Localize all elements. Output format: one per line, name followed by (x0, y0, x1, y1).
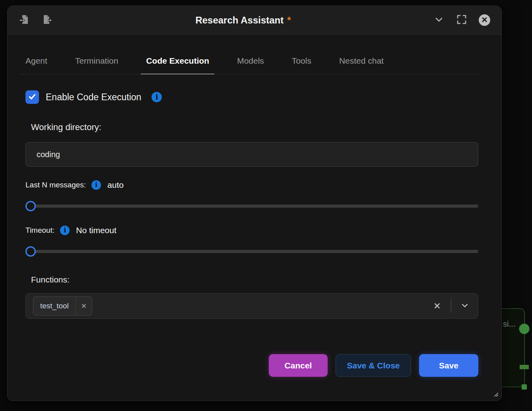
enable-code-execution-checkbox[interactable] (25, 90, 39, 104)
node-resize-handle-corner[interactable] (522, 384, 527, 390)
multiselect-divider (451, 299, 451, 313)
remove-tag-x-icon: ✕ (81, 302, 87, 310)
last-n-messages-value: auto (107, 180, 124, 190)
selected-function-tag: test_tool ✕ (33, 296, 92, 316)
node-resize-handle-right[interactable] (520, 365, 529, 369)
fullscreen-button[interactable] (456, 14, 467, 26)
info-icon[interactable]: i (60, 226, 70, 235)
save-button[interactable]: Save (419, 354, 478, 377)
checkmark-icon (28, 92, 37, 102)
close-icon (482, 17, 487, 24)
header-right-actions (433, 14, 490, 26)
enable-code-execution-label: Enable Code Execution (46, 92, 141, 103)
slider-thumb[interactable] (25, 246, 36, 257)
export-agent-button[interactable] (42, 14, 53, 26)
enable-code-execution-row: Enable Code Execution i (25, 90, 478, 104)
slider-thumb[interactable] (25, 201, 36, 211)
cancel-button[interactable]: Cancel (269, 354, 328, 377)
header-left-actions (19, 14, 53, 26)
open-functions-dropdown-button[interactable] (459, 301, 471, 311)
clear-x-icon: ✕ (433, 301, 441, 311)
file-export-icon (42, 14, 53, 26)
selected-function-name: test_tool (33, 297, 76, 315)
tab-termination[interactable]: Termination (70, 52, 124, 74)
working-directory-input[interactable] (25, 142, 478, 167)
modal-header: Research Assistant* (8, 6, 501, 35)
info-icon[interactable]: i (91, 180, 101, 190)
modal-resize-handle[interactable] (493, 392, 499, 399)
node-connection-handle-icon[interactable] (519, 323, 530, 334)
modal-body: Agent Termination Code Execution Models … (8, 35, 501, 401)
timeout-slider[interactable] (25, 246, 478, 257)
agent-settings-modal: Research Assistant* (7, 6, 502, 401)
tab-nested-chat[interactable]: Nested chat (334, 52, 389, 74)
info-icon[interactable]: i (151, 92, 162, 102)
unsaved-changes-marker: * (287, 15, 291, 25)
settings-tab-bar: Agent Termination Code Execution Models … (20, 52, 478, 74)
timeout-value: No timeout (76, 226, 116, 235)
working-directory-label: Working directory: (31, 122, 478, 132)
timeout-row: Timeout: i No timeout (25, 226, 478, 235)
functions-label: Functions: (31, 275, 478, 284)
last-n-messages-slider[interactable] (25, 201, 478, 211)
tab-code-execution[interactable]: Code Execution (141, 52, 214, 74)
collapse-modal-button[interactable] (433, 14, 445, 26)
timeout-label: Timeout: (25, 226, 54, 235)
agent-name-text: Research Assistant (195, 15, 283, 25)
tab-models[interactable]: Models (232, 52, 269, 74)
tab-tools[interactable]: Tools (287, 52, 316, 74)
chevron-down-icon (433, 14, 445, 26)
clear-all-functions-button[interactable]: ✕ (431, 302, 443, 311)
last-n-messages-label: Last N messages: (25, 181, 86, 189)
modal-footer: Cancel Save & Close Save (25, 354, 478, 377)
fullscreen-icon (456, 14, 467, 26)
last-n-messages-row: Last N messages: i auto (25, 180, 478, 190)
dropdown-chevron-icon (460, 301, 469, 311)
slider-track[interactable] (25, 205, 478, 208)
remove-function-button[interactable]: ✕ (76, 297, 92, 315)
resize-grip-icon (493, 392, 499, 398)
close-modal-button[interactable] (479, 14, 490, 26)
file-import-icon (19, 14, 30, 26)
slider-track[interactable] (25, 250, 478, 253)
flow-node-label: si... (503, 319, 515, 329)
tab-agent[interactable]: Agent (20, 52, 52, 74)
modal-title: Research Assistant* (53, 15, 433, 26)
save-and-close-button[interactable]: Save & Close (336, 354, 411, 377)
functions-multiselect[interactable]: test_tool ✕ ✕ (25, 293, 478, 319)
import-agent-button[interactable] (19, 14, 30, 26)
